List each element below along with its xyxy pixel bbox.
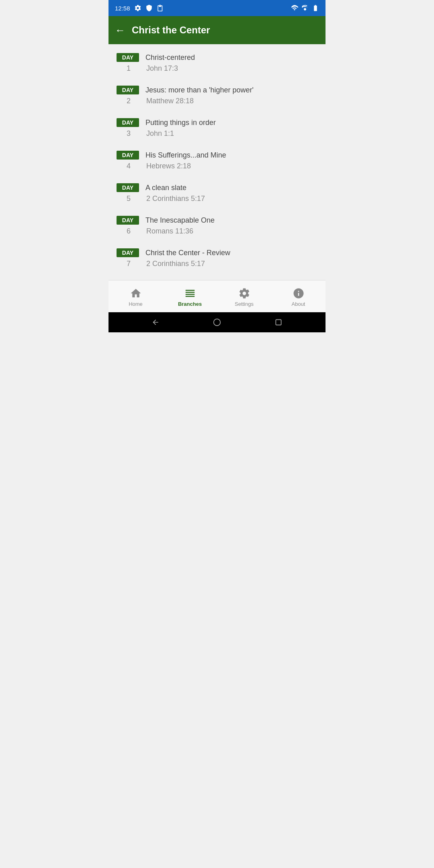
svg-rect-3 (185, 296, 194, 297)
day-row: DAY Putting things in order (117, 118, 317, 127)
day-number: 5 (117, 194, 140, 203)
day-number-row: 5 2 Corinthians 5:17 (117, 194, 317, 203)
day-badge: DAY (117, 183, 139, 192)
day-item[interactable]: DAY Putting things in order 3 John 1:1 (108, 113, 326, 144)
day-item[interactable]: DAY His Sufferings...and Mine 4 Hebrews … (108, 146, 326, 177)
app-bar: ← Christ the Center (108, 16, 326, 44)
day-number: 7 (117, 260, 140, 268)
day-number-row: 1 John 17:3 (117, 64, 317, 73)
day-number: 6 (117, 227, 140, 235)
day-badge: DAY (117, 216, 139, 225)
nav-label-branches: Branches (178, 301, 202, 307)
day-item[interactable]: DAY Christ the Center - Review 7 2 Corin… (108, 244, 326, 274)
day-title: A clean slate (145, 184, 186, 192)
status-bar-left: 12:58 (115, 4, 164, 12)
day-item[interactable]: DAY A clean slate 5 2 Corinthians 5:17 (108, 178, 326, 209)
day-badge: DAY (117, 86, 139, 94)
app-bar-title: Christ the Center (132, 25, 210, 36)
day-row: DAY Christ-centered (117, 53, 317, 62)
time-display: 12:58 (115, 5, 130, 12)
day-badge: DAY (117, 118, 139, 127)
day-title: The Inescapable One (145, 216, 215, 225)
svg-rect-1 (185, 292, 194, 293)
clipboard-icon (157, 4, 164, 12)
gear-icon (134, 4, 141, 12)
home-icon (130, 287, 142, 299)
day-number: 3 (117, 129, 140, 138)
settings-icon (238, 287, 250, 299)
content-area: DAY Christ-centered 1 John 17:3 DAY Jesu… (108, 44, 326, 280)
day-item[interactable]: DAY Christ-centered 1 John 17:3 (108, 48, 326, 79)
day-number: 1 (117, 64, 140, 73)
day-title: Christ the Center - Review (145, 249, 230, 257)
day-verse: 2 Corinthians 5:17 (146, 194, 205, 203)
wifi-icon (291, 4, 298, 12)
day-number-row: 2 Matthew 28:18 (117, 97, 317, 105)
day-title: His Sufferings...and Mine (145, 151, 226, 160)
day-verse: Hebrews 2:18 (146, 162, 191, 170)
back-button[interactable]: ← (115, 25, 125, 35)
day-number: 4 (117, 162, 140, 170)
day-title: Putting things in order (145, 119, 216, 127)
day-verse: 2 Corinthians 5:17 (146, 260, 205, 268)
day-badge: DAY (117, 248, 139, 257)
branches-icon (184, 287, 196, 299)
android-recents-button[interactable] (274, 318, 283, 326)
svg-rect-2 (185, 294, 194, 295)
day-row: DAY A clean slate (117, 183, 317, 192)
svg-point-4 (214, 319, 221, 326)
day-row: DAY His Sufferings...and Mine (117, 151, 317, 160)
day-badge: DAY (117, 53, 139, 62)
bottom-nav: Home Branches Settings About (108, 280, 326, 312)
nav-item-about[interactable]: About (271, 287, 326, 307)
nav-label-home: Home (129, 301, 143, 307)
status-bar: 12:58 (108, 0, 326, 16)
nav-item-settings[interactable]: Settings (217, 287, 271, 307)
day-item[interactable]: DAY Jesus: more than a 'higher power' 2 … (108, 81, 326, 112)
day-number-row: 7 2 Corinthians 5:17 (117, 260, 317, 268)
shield-icon (145, 4, 153, 12)
day-verse: John 1:1 (146, 129, 174, 138)
day-row: DAY The Inescapable One (117, 216, 317, 225)
day-badge: DAY (117, 151, 139, 160)
day-verse: Romans 11:36 (146, 227, 193, 235)
svg-rect-0 (185, 290, 194, 291)
svg-rect-5 (276, 319, 281, 325)
nav-item-branches[interactable]: Branches (163, 287, 217, 307)
day-title: Christ-centered (145, 53, 195, 62)
nav-item-home[interactable]: Home (108, 287, 163, 307)
android-home-button[interactable] (213, 318, 221, 326)
nav-label-settings: Settings (235, 301, 254, 307)
day-verse: Matthew 28:18 (146, 97, 194, 105)
day-number-row: 6 Romans 11:36 (117, 227, 317, 235)
day-verse: John 17:3 (146, 64, 178, 73)
day-number: 2 (117, 97, 140, 105)
android-back-button[interactable] (151, 318, 160, 326)
day-row: DAY Jesus: more than a 'higher power' (117, 86, 317, 94)
day-number-row: 3 John 1:1 (117, 129, 317, 138)
day-title: Jesus: more than a 'higher power' (145, 86, 254, 94)
status-bar-right (291, 4, 319, 12)
day-item[interactable]: DAY The Inescapable One 6 Romans 11:36 (108, 211, 326, 242)
android-nav-bar (108, 312, 326, 332)
battery-icon (312, 4, 319, 12)
signal-icon (301, 4, 309, 12)
about-icon (293, 287, 305, 299)
day-number-row: 4 Hebrews 2:18 (117, 162, 317, 170)
day-row: DAY Christ the Center - Review (117, 248, 317, 257)
nav-label-about: About (292, 301, 305, 307)
